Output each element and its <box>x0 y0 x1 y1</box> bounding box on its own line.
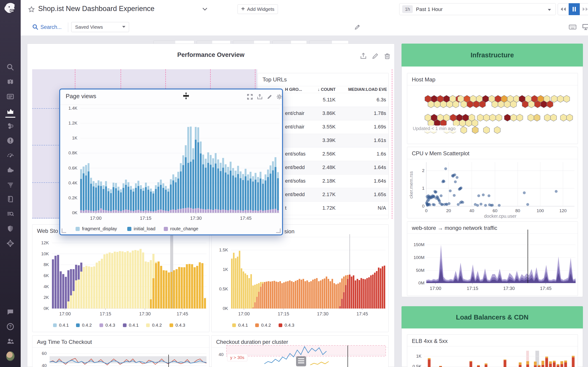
svg-text:0.2K: 0.2K <box>69 195 78 200</box>
host-map-hexgrid[interactable] <box>407 73 578 144</box>
sidebar-item-help[interactable]: ? <box>6 323 15 331</box>
drag-handle-icon[interactable] <box>296 356 306 366</box>
legend-item[interactable]: 0.4.2 <box>76 323 92 328</box>
svg-text:0K: 0K <box>44 306 49 311</box>
sidebar-item-notebooks[interactable] <box>6 195 15 204</box>
conversion-chart[interactable]: 1.5K1K0.5K0K17:0017:1517:3017:45 <box>212 225 389 332</box>
sidebar-item-integrations[interactable] <box>6 166 15 175</box>
svg-text:1K: 1K <box>223 267 228 272</box>
pencil-icon[interactable] <box>354 24 361 31</box>
legend-item[interactable]: 0.4.3 <box>99 323 115 328</box>
resize-handle[interactable] <box>61 228 66 233</box>
search-icon[interactable] <box>32 24 39 31</box>
sidebar-item-avatar[interactable] <box>6 352 15 360</box>
legend-item[interactable]: 0.4.1 <box>123 323 138 328</box>
url-path: t <box>285 205 286 211</box>
svg-text:2: 2 <box>422 168 424 173</box>
sidebar-item-search[interactable] <box>6 64 15 72</box>
monitor-icon[interactable] <box>582 23 588 31</box>
mongo-traffic-chart[interactable]: 150M100M50M0M17:0017:1517:3017:45 <box>407 222 578 296</box>
rewind-button[interactable] <box>558 3 569 15</box>
svg-text:0K: 0K <box>223 306 228 311</box>
col-median: MEDIAN:LOAD EVE <box>337 87 387 92</box>
page-views-widget-dragging[interactable]: Page views 1.4K1.2K1K0.8K0.6K0.4K0.2K0K1… <box>59 89 283 235</box>
sidebar-item-infrastructure[interactable] <box>6 122 15 130</box>
keyboard-icon[interactable] <box>569 24 577 31</box>
chevron-down-icon[interactable] <box>202 7 208 12</box>
mongo-traffic-widget[interactable]: web-store → mongo network traffic 150M10… <box>407 221 578 296</box>
sidebar-item-metrics[interactable] <box>6 108 15 116</box>
web-store-chart[interactable]: 12K10K8K6K4K2K0K17:0017:1517:3017:45 <box>32 225 210 332</box>
legend-item[interactable]: fragment_display <box>76 226 117 232</box>
url-median: 1.61s <box>374 137 386 143</box>
add-widgets-button[interactable]: Add Widgets <box>237 4 278 14</box>
elb-chart[interactable]: 1K0.5K <box>407 335 578 367</box>
sidebar-item-watchdog[interactable] <box>6 78 15 86</box>
svg-text:0.8K: 0.8K <box>69 150 78 155</box>
sidebar-item-network[interactable] <box>6 240 15 248</box>
time-range-selector[interactable]: 1h Past 1 Hour <box>399 3 556 15</box>
scatterplot-widget[interactable]: CPU v Mem Scatterplot 210020406080100120… <box>407 147 578 218</box>
svg-text:docker.cpu.user: docker.cpu.user <box>484 214 517 219</box>
sidebar-item-log-explorer[interactable] <box>6 210 15 219</box>
url-median: 1.69s <box>374 124 386 130</box>
legend-item[interactable]: initial_load <box>127 226 156 232</box>
sidebar-item-logs[interactable] <box>6 181 15 189</box>
sidebar-item-events[interactable] <box>6 93 15 101</box>
sort-desc-icon: ↓ <box>318 87 320 92</box>
svg-text:17:30: 17:30 <box>503 286 515 291</box>
svg-text:17:45: 17:45 <box>356 311 368 316</box>
col-count[interactable]: ↓ COUNT <box>318 87 336 92</box>
url-median: 1.78s <box>374 110 386 116</box>
sidebar-item-users[interactable] <box>6 337 15 346</box>
legend-item[interactable]: 0.4.3 <box>170 323 185 328</box>
avg-checkout-widget[interactable]: Avg Time To Checkout 6040 <box>32 335 209 367</box>
url-median: 1.64s <box>374 178 386 184</box>
elb-widget[interactable]: ELB 4xx & 5xx 1K0.5K <box>407 334 578 367</box>
checkout-cluster-widget[interactable]: Checkout duration per cluster 40 y > 30s <box>211 335 389 367</box>
svg-text:6K: 6K <box>44 273 49 278</box>
divider <box>68 23 68 32</box>
conversion-widget[interactable]: sion 1.5K1K0.5K0K17:0017:1517:3017:45 0.… <box>211 224 389 332</box>
top-header: Shop.ist New Dashboard Experience Add Wi… <box>21 0 588 19</box>
svg-text:40: 40 <box>469 208 474 213</box>
legend-item[interactable]: 0.4.1 <box>232 323 248 328</box>
sidebar-item-security[interactable] <box>6 225 15 233</box>
host-map-widget[interactable]: Host Map Updated < 1 min ago <box>407 73 578 144</box>
web-store-widget[interactable]: Web Sto 12K10K8K6K4K2K0K17:0017:1517:301… <box>32 224 209 332</box>
legend-item[interactable]: 0.4.1 <box>53 323 69 328</box>
legend-item[interactable]: 0.4.2 <box>146 323 162 328</box>
sidebar-item-apm[interactable] <box>6 152 15 160</box>
group-header[interactable]: Infrastructure <box>401 44 583 67</box>
page-views-chart[interactable]: 1.4K1.2K1K0.8K0.6K0.4K0.2K0K17:0017:1517… <box>60 90 282 234</box>
sidebar-item-monitors[interactable] <box>6 137 15 145</box>
avg-checkout-chart[interactable]: 6040 <box>32 336 210 367</box>
legend-item[interactable]: 0.4.3 <box>279 323 294 328</box>
svg-text:?: ? <box>9 324 11 329</box>
legend-item[interactable]: 0.4.2 <box>255 323 271 328</box>
star-icon[interactable] <box>28 6 35 14</box>
saved-views-dropdown[interactable]: Saved Views <box>71 22 129 32</box>
resize-handle[interactable] <box>276 228 281 233</box>
url-median: 1.64s <box>374 165 386 170</box>
sidebar-item-chat[interactable] <box>6 308 15 317</box>
chevron-down-icon <box>547 8 552 12</box>
forward-button[interactable] <box>580 3 588 15</box>
pencil-icon[interactable] <box>372 52 379 60</box>
datadog-logo[interactable] <box>4 2 17 15</box>
export-icon[interactable] <box>360 52 367 60</box>
chevron-down-icon <box>122 25 126 29</box>
url-count: 5.11K <box>323 97 336 103</box>
pause-button[interactable] <box>569 3 580 15</box>
trash-icon[interactable] <box>384 52 391 60</box>
svg-text:1K: 1K <box>72 135 78 140</box>
logs-icon <box>6 181 14 189</box>
scatter-chart[interactable]: 210020406080100120docker.cpu.usercker.me… <box>407 147 578 219</box>
integrations-icon <box>6 166 14 175</box>
svg-text:100M: 100M <box>414 255 424 260</box>
url-count: 1.72K <box>322 205 336 211</box>
search-input[interactable]: Search... <box>40 24 61 30</box>
legend-item[interactable]: route_change <box>164 226 198 232</box>
svg-text:0.4K: 0.4K <box>69 181 78 185</box>
group-header[interactable]: Load Balancers & CDN <box>401 306 583 328</box>
